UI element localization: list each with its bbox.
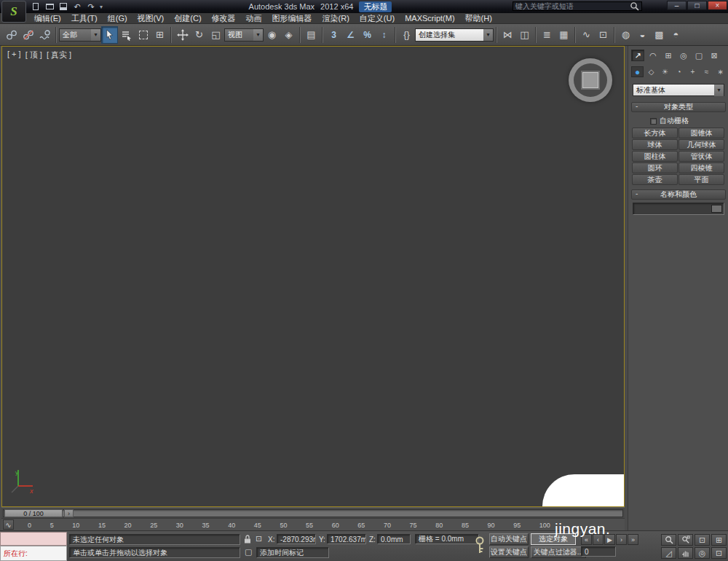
menu-views[interactable]: 视图(V) [132,13,170,24]
pyramid-button[interactable]: 四棱锥 [678,162,724,173]
zoom-extents-all-icon[interactable]: ⊞ [711,534,727,546]
current-frame-field[interactable]: 0 [581,546,616,557]
viewport-shading-menu[interactable]: [ 真实 ] [47,50,71,60]
select-and-move-icon[interactable] [174,26,191,44]
zoom-all-icon[interactable] [678,534,693,546]
next-frame-nub[interactable]: › [64,509,74,517]
tab-motion-icon[interactable]: ◎ [677,50,690,61]
menu-customize[interactable]: 自定义(U) [355,13,400,24]
selection-lock-button[interactable] [243,534,252,544]
category-lights-icon[interactable]: ☀ [659,66,671,77]
cone-button[interactable]: 圆锥体 [678,128,724,138]
menu-maxscript[interactable]: MAXScript(M) [400,13,459,24]
rendered-frame-window-icon[interactable]: ▩ [651,26,668,44]
bind-to-space-warp-icon[interactable] [36,26,53,44]
open-file-button[interactable] [44,2,55,12]
percent-snap-icon[interactable]: % [359,26,376,44]
edit-named-selection-sets-icon[interactable]: {} [398,26,415,44]
x-coordinate-field[interactable]: -2870.293m [277,534,316,544]
tab-create-icon[interactable]: ↗ [631,50,644,61]
menu-modifiers[interactable]: 修改器 [207,13,241,24]
menu-edit[interactable]: 编辑(E) [29,13,66,24]
new-file-button[interactable] [31,2,41,12]
sphere-button[interactable]: 球体 [632,139,678,150]
window-crossing-toggle-icon[interactable]: ⊞ [151,26,168,44]
teapot-button[interactable]: 茶壶 [632,174,678,185]
schematic-view-icon[interactable]: ⊡ [595,26,612,44]
primitive-type-dropdown[interactable]: 标准基体 ▾ [633,84,724,96]
rollout-object-type[interactable]: - 对象类型 [631,102,726,112]
viewport-top[interactable]: [ + ] [ 顶 ] [ 真实 ] y x [1,46,625,507]
select-and-manipulate-icon[interactable]: ◈ [280,26,297,44]
y-coordinate-field[interactable]: 1702.637m [327,534,366,544]
category-shapes-icon[interactable]: ◇ [645,66,657,77]
tab-display-icon[interactable]: ▢ [692,50,705,61]
z-coordinate-field[interactable]: 0.0mm [377,534,411,544]
tab-modify-icon[interactable]: ◠ [646,50,660,61]
absolute-offset-toggle-icon[interactable]: ⊡ [256,534,262,544]
curve-editor-icon[interactable]: ∿ [578,26,595,44]
next-frame-button[interactable]: › [616,534,627,545]
go-to-end-button[interactable]: » [628,534,638,545]
geosphere-button[interactable]: 几何球体 [678,139,724,150]
render-production-icon[interactable]: ◓ [668,26,684,44]
time-slider-handle[interactable]: 0 / 100 [4,509,63,517]
spinner-snap-icon[interactable]: ↕ [376,26,392,44]
render-setup-icon[interactable]: ◒ [634,26,651,44]
minimize-button[interactable]: – [667,1,687,10]
isolate-toggle-icon[interactable]: ▢ [245,547,252,557]
select-and-rotate-icon[interactable]: ↻ [191,26,207,44]
undo-button[interactable]: ↶ [72,2,82,12]
viewcube-top-face[interactable] [582,72,598,88]
select-object-button[interactable] [101,26,118,44]
set-keys-button[interactable] [473,536,486,556]
keyboard-shortcut-override-icon[interactable]: ▤ [303,26,320,44]
time-slider-track[interactable] [3,509,623,517]
menu-animation[interactable]: 动画 [241,13,267,24]
pan-icon[interactable] [678,547,693,559]
orbit-icon[interactable]: ◎ [695,547,710,559]
menu-help[interactable]: 帮助(H) [460,13,497,24]
box-button[interactable]: 长方体 [632,128,678,138]
category-helpers-icon[interactable]: + [687,66,699,77]
viewport-pov-menu[interactable]: [ 顶 ] [25,50,42,60]
viewcube[interactable] [569,58,612,102]
menu-graph-editors[interactable]: 图形编辑器 [267,13,317,24]
object-color-swatch[interactable] [711,205,722,213]
save-button[interactable] [58,2,68,12]
material-editor-icon[interactable]: ◍ [617,26,634,44]
mini-curve-editor-button[interactable]: ∿ [3,519,14,530]
unlink-selection-icon[interactable] [20,26,36,44]
macro-recorder-pane[interactable] [0,532,67,546]
menu-rendering[interactable]: 渲染(R) [317,13,355,24]
mirror-icon[interactable]: ⋈ [499,26,516,44]
viewport-general-menu[interactable]: [ + ] [7,50,21,60]
tab-utilities-icon[interactable]: ⊠ [708,50,721,61]
category-geometry-icon[interactable]: ● [631,66,644,77]
category-systems-icon[interactable]: ∗ [714,66,727,77]
plane-button[interactable]: 平面 [678,174,724,185]
rollout-name-color[interactable]: - 名称和颜色 [631,189,726,200]
maximize-viewport-toggle-icon[interactable]: ⊡ [711,547,727,559]
use-pivot-center-icon[interactable]: ◉ [264,26,280,44]
angle-snap-icon[interactable]: ∠ [342,26,359,44]
selection-filter-dropdown[interactable]: 全部 ▾ [59,28,101,42]
maximize-button[interactable]: □ [687,1,707,10]
quick-access-caret-icon[interactable]: ▾ [100,4,103,10]
infocenter-search-field[interactable]: 键入关键字或短语 [513,1,642,11]
graphite-ribbon-icon[interactable]: ▦ [555,26,572,44]
select-and-link-icon[interactable] [3,26,20,44]
named-selection-sets-dropdown[interactable]: 创建选择集 ▾ [415,28,494,42]
torus-button[interactable]: 圆环 [632,162,678,173]
application-menu-button[interactable]: S [1,1,26,23]
track-bar-ruler[interactable]: 0 5 10 15 20 25 30 35 40 45 50 55 60 65 … [28,519,550,531]
object-name-field[interactable] [633,203,724,215]
snap-toggle-3d-icon[interactable]: 3 [325,26,342,44]
autogrid-checkbox[interactable] [650,118,657,125]
redo-button[interactable]: ↷ [86,2,96,12]
add-time-tag-field[interactable]: 添加时间标记 [256,547,329,558]
menu-group[interactable]: 组(G) [103,13,132,24]
layer-manager-icon[interactable]: ≣ [539,26,555,44]
search-icon[interactable] [630,1,639,11]
reference-coordinate-dropdown[interactable]: 视图 ▾ [224,28,264,42]
